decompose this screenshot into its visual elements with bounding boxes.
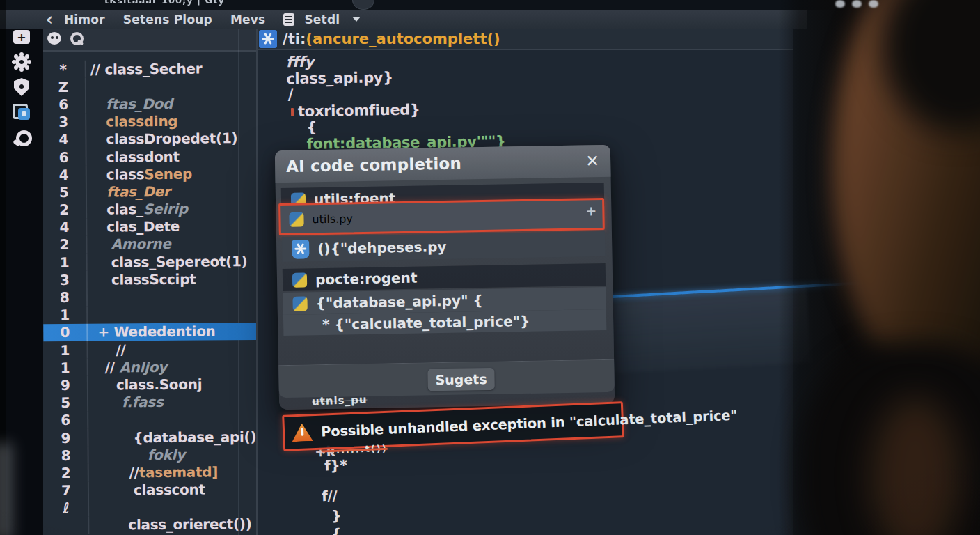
code-line[interactable]: 3classSccipt bbox=[43, 270, 258, 288]
code-line[interactable]: 2clas_Seirip bbox=[43, 199, 258, 218]
code-line[interactable]: f// bbox=[322, 488, 338, 505]
code-token: classSccipt bbox=[111, 270, 196, 288]
code-line[interactable]: { bbox=[331, 525, 342, 535]
code-line[interactable]: 4classDropedet(1) bbox=[43, 130, 258, 148]
document-icon bbox=[283, 13, 294, 26]
code-line[interactable]: 9class.Soonj bbox=[44, 375, 258, 394]
window-control-dot[interactable] bbox=[852, 0, 862, 8]
line-number: 5 bbox=[44, 394, 88, 412]
line-number: 4 bbox=[43, 130, 87, 148]
code-line[interactable]: 4classSenep bbox=[43, 164, 258, 183]
code-line[interactable]: 2//tasematd] bbox=[45, 463, 258, 481]
plus-icon[interactable]: + bbox=[585, 203, 596, 218]
menu-item-setens-ploup[interactable]: Setens Ploup bbox=[123, 13, 212, 26]
code-token: clas_Dete bbox=[106, 218, 180, 235]
window-control-dot[interactable] bbox=[835, 0, 845, 8]
line-number: 6 bbox=[43, 148, 87, 166]
code-line[interactable]: 1class_Sepereot(1) bbox=[43, 252, 258, 271]
new-file-icon[interactable]: + bbox=[8, 26, 35, 47]
code-line[interactable]: 6ftas_Dod bbox=[43, 94, 258, 113]
line-number: 1 bbox=[44, 359, 88, 377]
completion-item-label: (){"dehpeses.py bbox=[317, 238, 447, 257]
menu-item-himor[interactable]: Himor bbox=[64, 13, 105, 26]
tab-title-prefix: /ti: bbox=[283, 31, 306, 47]
code-line[interactable]: ℓ bbox=[45, 498, 258, 517]
files-copy-icon[interactable] bbox=[8, 102, 35, 123]
obscured-code-text: utnls_pu bbox=[312, 394, 368, 408]
line-number: 4 bbox=[43, 166, 87, 184]
close-icon[interactable]: ✕ bbox=[585, 151, 600, 171]
code-token: Amorne bbox=[111, 235, 171, 253]
completion-item-label: pocte:rogent bbox=[315, 270, 418, 288]
suggest-button[interactable]: Sugets bbox=[427, 368, 495, 391]
code-line[interactable]: 0+ Wededention bbox=[43, 323, 258, 341]
line-number: 6 bbox=[44, 411, 88, 429]
code-line[interactable]: Z bbox=[43, 77, 258, 95]
code-token: Seirip bbox=[143, 201, 188, 217]
code-token: Senep bbox=[144, 165, 192, 182]
code-line[interactable]: 7classcont bbox=[45, 480, 258, 499]
dialog-title-bar[interactable]: AI code completion ✕ bbox=[275, 145, 611, 183]
code-line[interactable]: 6 bbox=[44, 410, 258, 429]
code-token: class.Soonj bbox=[116, 376, 202, 394]
settings-gear-icon[interactable] bbox=[8, 52, 35, 72]
photographed-monitor: /ti:(ancure_autocomplett() fffyclass_api… bbox=[0, 0, 980, 535]
chevron-down-icon[interactable] bbox=[352, 17, 361, 22]
code-line[interactable]: *// class_Secher bbox=[43, 59, 258, 78]
eye-icon[interactable] bbox=[47, 32, 61, 45]
photo-bottom-left-glow bbox=[0, 443, 13, 535]
completion-item-selected[interactable]: utils.py + bbox=[278, 198, 605, 235]
code-line[interactable]: 6classdont bbox=[43, 147, 258, 166]
back-chevron-icon[interactable]: ‹ bbox=[46, 13, 53, 26]
code-line[interactable]: 9{database_api()) bbox=[44, 428, 258, 447]
dialog-footer: Sugets bbox=[278, 359, 615, 398]
code-line[interactable]: 4clas_Dete bbox=[43, 217, 258, 236]
dialog-title: AI code completion bbox=[286, 152, 585, 175]
code-line[interactable]: 5f.fass bbox=[44, 392, 258, 411]
code-line[interactable]: 3classding bbox=[43, 111, 258, 130]
line-number: 1 bbox=[43, 254, 88, 272]
line-number: 1 bbox=[43, 341, 88, 359]
line-number: 6 bbox=[43, 95, 86, 114]
line-number: 2 bbox=[45, 464, 89, 482]
code-line[interactable]: 5ftas_Der bbox=[43, 182, 258, 201]
code-text: Amorne bbox=[87, 235, 171, 253]
python-icon bbox=[292, 296, 307, 311]
error-tick-icon bbox=[291, 107, 294, 116]
code-line[interactable]: 8fokly bbox=[44, 445, 258, 464]
code-line[interactable]: 1// Anljoy bbox=[44, 357, 258, 376]
python-icon bbox=[289, 212, 303, 226]
code-line[interactable]: 1// bbox=[43, 340, 258, 359]
completion-item-label: {"database_api.py" { bbox=[315, 292, 482, 311]
code-text: classcont bbox=[89, 481, 205, 499]
code-line[interactable]: 8 bbox=[43, 287, 258, 306]
ai-completion-dialog: AI code completion ✕ utils:foent utils.p… bbox=[275, 145, 615, 410]
shield-icon[interactable] bbox=[8, 77, 35, 98]
code-token: fokly bbox=[147, 446, 184, 463]
code-text: f.fass bbox=[88, 394, 164, 411]
code-token: ftas_Dod bbox=[106, 95, 173, 113]
code-line[interactable]: 2Amorne bbox=[43, 235, 258, 254]
code-line[interactable]: f}* bbox=[324, 457, 347, 474]
python-icon bbox=[292, 272, 307, 287]
code-text: clas_Dete bbox=[87, 218, 180, 235]
code-line[interactable]: } bbox=[331, 507, 342, 524]
code-token: // bbox=[105, 359, 120, 375]
code-line[interactable]: class_orierect()) bbox=[45, 515, 258, 534]
window-control-dot[interactable] bbox=[869, 0, 878, 8]
menu-item-mevs[interactable]: Mevs bbox=[230, 13, 265, 26]
code-token: // bbox=[129, 464, 139, 481]
code-text: ftas_Dod bbox=[86, 95, 173, 113]
menu-dropdown-setdl[interactable]: Setdl bbox=[304, 13, 340, 26]
search-icon[interactable] bbox=[8, 127, 35, 148]
code-line[interactable]: 1 bbox=[43, 304, 258, 323]
code-token: class bbox=[106, 166, 145, 183]
line-number: 3 bbox=[43, 113, 86, 131]
completion-item[interactable]: (){"dehpeses.py bbox=[282, 231, 606, 262]
code-token: classcont bbox=[134, 481, 205, 499]
file-tab-title[interactable]: /ti:(ancure_autocomplett() bbox=[283, 31, 500, 47]
line-number: 8 bbox=[44, 447, 88, 465]
search-icon[interactable] bbox=[68, 31, 84, 47]
completion-item[interactable]: pocte:rogent bbox=[283, 263, 606, 291]
circle-button[interactable] bbox=[352, 0, 374, 10]
